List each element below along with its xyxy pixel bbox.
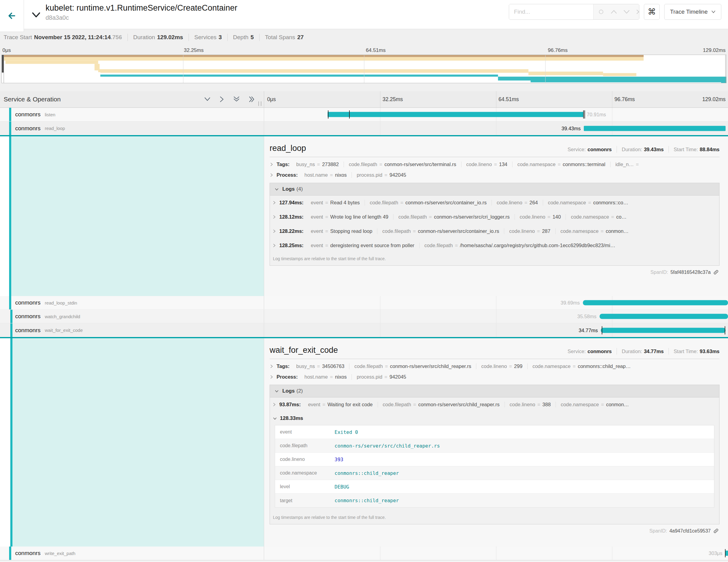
span-name-cell[interactable]: conmonrs watch_grandchild [0, 310, 264, 323]
tag-key: code.namespace [560, 228, 599, 234]
tag-item[interactable]: busy_ns=273882 [291, 162, 344, 167]
expand-all-icon[interactable] [233, 96, 240, 103]
span-timeline-cell[interactable]: 39.69ms [264, 296, 728, 309]
tag-item[interactable]: code.lineno=388 [505, 402, 556, 407]
trace-title: kubelet: runtime.v1.RuntimeService/Creat… [46, 3, 237, 13]
tag-item[interactable]: idle_n…= [610, 162, 646, 167]
tag-item[interactable]: code.filepath=conmon-rs/server/src/termi… [344, 162, 461, 167]
tag-item[interactable]: event=Waiting for exit code [303, 402, 378, 407]
tags-row[interactable]: Tags: busy_ns=34506763 code.filepath=con… [270, 363, 719, 369]
collapse-all-icon[interactable] [249, 96, 255, 103]
tag-item[interactable]: code.lineno=299 [476, 363, 527, 369]
tick-divider [496, 91, 496, 107]
log-row[interactable]: 127.94ms: event=Read 4 bytes code.filepa… [270, 196, 719, 210]
process-row[interactable]: Process: host.name=nixos process.pid=942… [270, 172, 719, 178]
span-row-read-loop[interactable]: conmonrs read_loop 39.43ms [0, 121, 728, 136]
tag-item[interactable]: process.pid=942045 [352, 172, 411, 178]
tag-item[interactable]: host.name=nixos [300, 374, 352, 380]
span-id-row: SpanID: 4a947cfd1ce59537 [270, 528, 719, 534]
span-duration-bar[interactable] [328, 112, 583, 117]
keyboard-shortcuts-button[interactable]: ⌘ [644, 4, 660, 20]
logs-header[interactable]: Logs (2) [270, 385, 719, 397]
span-name-cell[interactable]: conmonrs read_loop_stdin [0, 296, 264, 309]
total-spans-value: 27 [297, 34, 304, 41]
tag-item[interactable]: code.filepath=conmon-rs/server/src/conta… [365, 200, 492, 206]
tag-item[interactable]: code.namespace=conmonrs::terminal [512, 162, 610, 167]
copy-link-icon[interactable] [713, 269, 719, 275]
log-row[interactable]: 128.25ms: event=deregistering event sour… [270, 238, 719, 253]
span-duration-bar[interactable] [726, 551, 728, 556]
tag-item[interactable]: code.lineno=287 [504, 228, 555, 234]
span-duration-bar[interactable] [583, 300, 728, 305]
log-row[interactable]: 93.87ms: event=Waiting for exit code cod… [270, 397, 719, 412]
collapse-one-level-icon[interactable] [219, 96, 224, 103]
chevron-down-icon [275, 389, 279, 393]
tag-item[interactable]: code.namespace=co… [566, 214, 631, 220]
find-input[interactable] [509, 4, 593, 19]
collapse-trace-chevron-icon[interactable] [32, 12, 41, 18]
viewport-drag-handle[interactable] [2, 55, 4, 73]
logs-header[interactable]: Logs (4) [270, 183, 719, 196]
back-button[interactable] [0, 0, 24, 32]
span-duration-bar[interactable] [584, 126, 726, 131]
clear-find-icon[interactable] [636, 9, 639, 15]
tag-item[interactable]: busy_ns=34506763 [291, 363, 349, 369]
span-row-read-loop-stdin[interactable]: conmonrs read_loop_stdin 39.69ms [0, 296, 728, 310]
tag-item[interactable]: code.lineno=140 [515, 214, 566, 220]
span-name-cell[interactable]: conmonrs write_exit_path [0, 547, 264, 560]
log-field-row: code.namespace conmonrs::child_reaper [275, 466, 714, 480]
span-duration-bar[interactable] [600, 314, 728, 319]
tag-item[interactable]: event=Wrote log line of length 49 [306, 214, 393, 220]
tag-item[interactable]: code.lineno=264 [492, 200, 543, 206]
log-marker-tick [725, 549, 726, 557]
tag-value: nixos [335, 374, 347, 380]
tag-item[interactable]: code.namespace=conmonrs::child_reap… [527, 363, 636, 369]
span-row-watch-grandchild[interactable]: conmonrs watch_grandchild 35.58ms [0, 310, 728, 323]
tag-item[interactable]: code.filepath=conmon-rs/server/src/child… [378, 402, 505, 407]
tag-item[interactable]: code.lineno=134 [461, 162, 512, 167]
span-timeline-cell[interactable]: 34.77ms [264, 323, 728, 337]
tag-item[interactable]: code.namespace=conmonrs::co… [543, 200, 633, 206]
minimap-span-bar [531, 80, 726, 82]
focus-match-icon[interactable] [598, 9, 604, 15]
span-name-cell[interactable]: conmonrs read_loop [0, 121, 264, 135]
tag-item[interactable]: host.name=nixos [300, 172, 352, 178]
minimap-canvas[interactable] [2, 55, 726, 83]
expand-one-level-icon[interactable] [204, 97, 211, 102]
prev-match-icon[interactable] [611, 9, 617, 14]
log-row[interactable]: 128.12ms: event=Wrote log line of length… [270, 210, 719, 224]
tag-item[interactable]: process.pid=942045 [352, 374, 411, 380]
tag-item[interactable]: code.namespace=conmon… [555, 228, 634, 234]
expanded-log-header[interactable]: 128.33ms [270, 412, 719, 424]
span-name-cell[interactable]: conmonrs wait_for_exit_code [0, 323, 264, 337]
process-row[interactable]: Process: host.name=nixos process.pid=942… [270, 374, 719, 380]
tag-item[interactable]: code.filepath=conmon-rs/server/src/child… [349, 363, 476, 369]
log-row[interactable]: 128.22ms: event=Stopping read loop code.… [270, 224, 719, 238]
viewport-left-edge[interactable] [4, 55, 4, 83]
tag-item[interactable]: event=Read 4 bytes [306, 200, 365, 206]
viewport-right-edge[interactable] [725, 55, 726, 83]
view-selector-button[interactable]: Trace Timeline [664, 4, 721, 20]
span-name-cell[interactable]: conmonrs listen [0, 108, 264, 121]
next-match-icon[interactable] [623, 9, 630, 14]
tag-item[interactable]: code.filepath=/home/sascha/.cargo/regist… [419, 243, 620, 248]
span-timeline-cell[interactable]: 39.43ms [264, 121, 728, 135]
span-timeline-cell[interactable]: 303μs [264, 547, 728, 560]
tags-row[interactable]: Tags: busy_ns=273882 code.filepath=conmo… [270, 162, 719, 167]
span-timeline-cell[interactable]: 35.58ms [264, 310, 728, 323]
depth-label: Depth [233, 34, 249, 41]
tag-item[interactable]: code.filepath=conmon-rs/server/src/conta… [377, 228, 504, 234]
column-resizer-grip[interactable] [258, 101, 261, 106]
span-duration-bar[interactable] [601, 328, 726, 333]
span-row-wait-for-exit-code[interactable]: conmonrs wait_for_exit_code 34.77ms [0, 323, 728, 338]
tag-item[interactable]: code.filepath=conmon-rs/server/src/cri_l… [393, 214, 515, 220]
tag-item[interactable]: code.namespace=conmon… [556, 402, 634, 407]
tag-equals: = [494, 162, 497, 167]
tag-item[interactable]: event=deregistering event source from po… [306, 243, 419, 248]
span-row-write-exit-path[interactable]: conmonrs write_exit_path 303μs [0, 547, 728, 560]
span-timeline-cell[interactable]: 70.91ms [264, 108, 728, 121]
tag-key: code.namespace [532, 363, 571, 369]
copy-link-icon[interactable] [713, 528, 719, 534]
span-row-listen[interactable]: conmonrs listen 70.91ms [0, 108, 728, 121]
tag-item[interactable]: event=Stopping read loop [306, 228, 377, 234]
